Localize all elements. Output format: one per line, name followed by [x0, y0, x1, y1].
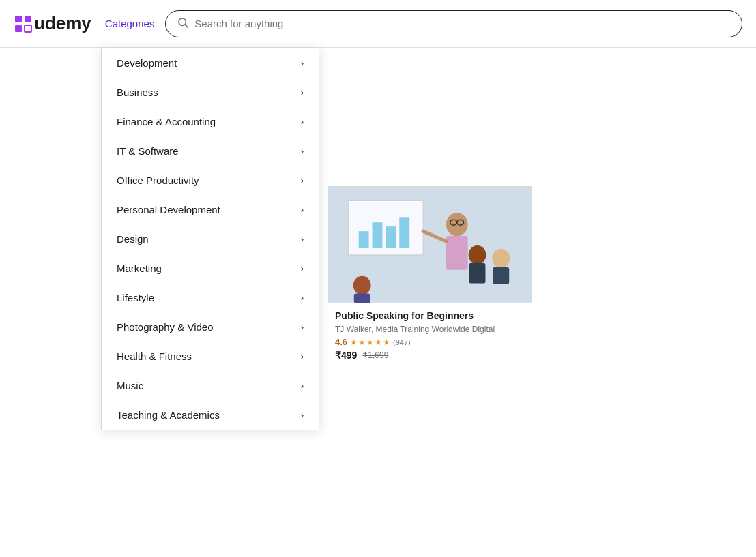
- dropdown-item-lifestyle[interactable]: Lifestyle›: [102, 283, 319, 312]
- logo[interactable]: udemy: [14, 13, 91, 34]
- svg-rect-39: [354, 294, 370, 303]
- dropdown-item-finance-accounting[interactable]: Finance & Accounting›: [102, 107, 319, 136]
- dropdown-item-label-photography-video: Photography & Video: [117, 321, 214, 333]
- svg-rect-2: [15, 25, 22, 32]
- dropdown-item-design[interactable]: Design›: [102, 224, 319, 254]
- dropdown-item-label-marketing: Marketing: [117, 262, 162, 274]
- svg-rect-32: [446, 236, 468, 270]
- dropdown-item-label-music: Music: [117, 380, 143, 391]
- dropdown-item-photography-video[interactable]: Photography & Video›: [102, 312, 319, 342]
- chevron-right-icon-personal-development: ›: [301, 205, 304, 215]
- card-orig-price-2: ₹1,699: [362, 350, 388, 360]
- svg-point-28: [446, 213, 468, 236]
- svg-point-38: [353, 276, 371, 295]
- dropdown-item-label-personal-development: Personal Development: [117, 204, 220, 215]
- dropdown-item-label-health-fitness: Health & Fitness: [117, 350, 192, 362]
- card-author-2: TJ Walker, Media Training Worldwide Digi…: [335, 325, 525, 334]
- card-title-2: Public Speaking for Beginners: [335, 310, 525, 322]
- svg-rect-24: [359, 231, 369, 248]
- svg-line-5: [186, 25, 188, 27]
- svg-rect-3: [25, 25, 31, 32]
- star-2-5: ★: [383, 337, 390, 347]
- chevron-right-icon-design: ›: [301, 234, 304, 244]
- star-2-4: ★: [375, 337, 382, 347]
- svg-rect-36: [469, 263, 486, 284]
- dropdown-item-personal-development[interactable]: Personal Development›: [102, 195, 319, 224]
- dropdown-item-label-lifestyle: Lifestyle: [117, 292, 154, 303]
- logo-icon: [14, 14, 33, 33]
- card-body-2: Public Speaking for Beginners TJ Walker,…: [328, 303, 532, 367]
- course-card-2[interactable]: Public Speaking for Beginners TJ Walker,…: [328, 186, 532, 380]
- card-stars-2: ★ ★ ★ ★ ★: [350, 337, 390, 347]
- categories-link[interactable]: Categories: [105, 18, 155, 29]
- logo-text: udemy: [34, 13, 91, 34]
- dropdown-item-label-design: Design: [117, 233, 149, 245]
- search-icon: [177, 16, 189, 31]
- svg-rect-26: [386, 226, 396, 248]
- dropdown-item-business[interactable]: Business›: [102, 78, 319, 107]
- chevron-right-icon-music: ›: [301, 380, 304, 391]
- chevron-right-icon-marketing: ›: [301, 263, 304, 273]
- chevron-right-icon-health-fitness: ›: [301, 351, 304, 361]
- chevron-right-icon-photography-video: ›: [301, 322, 304, 332]
- chevron-right-icon-it-software: ›: [301, 146, 304, 156]
- star-2-1: ★: [350, 337, 358, 347]
- categories-dropdown: Development›Business›Finance & Accountin…: [101, 48, 319, 430]
- search-bar: [165, 10, 742, 37]
- star-2-2: ★: [358, 337, 366, 347]
- star-2-3: ★: [366, 337, 374, 347]
- chevron-right-icon-business: ›: [301, 87, 304, 97]
- dropdown-item-development[interactable]: Development›: [102, 48, 319, 78]
- svg-point-34: [469, 245, 486, 265]
- card-image-2: [328, 187, 532, 303]
- dropdown-item-label-it-software: IT & Software: [117, 145, 179, 157]
- svg-point-4: [179, 18, 186, 26]
- svg-point-35: [492, 249, 510, 268]
- dropdown-item-label-business: Business: [117, 87, 158, 98]
- dropdown-item-label-teaching-academics: Teaching & Academics: [117, 409, 220, 421]
- svg-rect-0: [15, 16, 22, 22]
- chevron-right-icon-lifestyle: ›: [301, 292, 304, 303]
- header: udemy Categories: [0, 0, 756, 48]
- chevron-right-icon-office-productivity: ›: [301, 175, 304, 185]
- svg-rect-25: [373, 222, 383, 248]
- card-image-svg-2: [328, 187, 532, 303]
- dropdown-item-label-development: Development: [117, 57, 177, 69]
- dropdown-item-office-productivity[interactable]: Office Productivity›: [102, 166, 319, 195]
- search-input[interactable]: [194, 18, 731, 29]
- svg-rect-37: [493, 267, 509, 284]
- chevron-right-icon-development: ›: [301, 58, 304, 68]
- chevron-right-icon-teaching-academics: ›: [301, 410, 304, 420]
- dropdown-item-label-finance-accounting: Finance & Accounting: [117, 116, 216, 127]
- dropdown-item-teaching-academics[interactable]: Teaching & Academics›: [102, 400, 319, 430]
- chevron-right-icon-finance-accounting: ›: [301, 117, 304, 127]
- card-rating-row-2: 4.6 ★ ★ ★ ★ ★ (947): [335, 337, 525, 347]
- dropdown-item-marketing[interactable]: Marketing›: [102, 254, 319, 283]
- svg-rect-27: [399, 217, 409, 248]
- card-price-2: ₹499: [335, 350, 357, 361]
- card-reviews-2: (947): [393, 338, 411, 346]
- dropdown-item-label-office-productivity: Office Productivity: [117, 175, 199, 186]
- dropdown-item-health-fitness[interactable]: Health & Fitness›: [102, 342, 319, 371]
- svg-rect-1: [25, 16, 31, 22]
- card-rating-num-2: 4.6: [335, 337, 347, 347]
- dropdown-item-music[interactable]: Music›: [102, 371, 319, 400]
- card-price-row-2: ₹499 ₹1,699: [335, 350, 525, 361]
- dropdown-item-it-software[interactable]: IT & Software›: [102, 136, 319, 166]
